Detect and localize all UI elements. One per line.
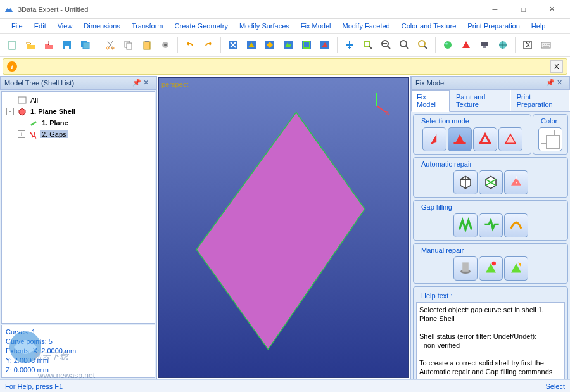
panel-close-icon[interactable]: ✕ — [557, 79, 566, 87]
maximize-button[interactable]: □ — [509, 0, 538, 19]
toolbar-cross-button[interactable] — [341, 37, 358, 53]
fix-body: Selection mode Color Automatic repair — [411, 112, 570, 379]
man-b-button[interactable] — [479, 256, 503, 281]
status-left: For Help, press F1 — [5, 383, 63, 390]
pin-icon[interactable]: 📌 — [132, 79, 141, 87]
fix-model-title: Fix Model — [415, 79, 446, 87]
menu-color-and-texture[interactable]: Color and Texture — [396, 21, 462, 31]
man-a-button[interactable] — [453, 256, 478, 281]
toolbar-triangle-button[interactable] — [458, 37, 474, 53]
tree-row[interactable]: All — [4, 94, 152, 106]
sel-b-button[interactable] — [448, 127, 472, 151]
svg-point-24 — [444, 41, 452, 49]
viewport-3d[interactable]: perspect z x — [158, 77, 409, 378]
menu-dimensions[interactable]: Dimensions — [79, 21, 125, 31]
toolbar-print-head-button[interactable] — [476, 37, 493, 53]
toolbar-load-button[interactable] — [41, 37, 57, 53]
tree-label[interactable]: All — [28, 96, 40, 104]
pin-icon[interactable]: 📌 — [546, 79, 555, 87]
statusbar: For Help, press F1 Select — [0, 379, 570, 392]
menu-print-preparation[interactable]: Print Preparation — [462, 21, 525, 31]
minimize-button[interactable]: ─ — [481, 0, 509, 19]
toolbar-saveall-button[interactable] — [77, 37, 94, 53]
tree-label[interactable]: 1. Plane Shell — [28, 108, 77, 115]
fix-model-panel: Fix Model 📌 ✕ Fix ModelPaint and Texture… — [410, 76, 570, 379]
toolbar-zoom-reset-button[interactable] — [415, 37, 431, 53]
main-area: Model Tree (Shell List) 📌 ✕ All-1. Plane… — [0, 76, 570, 379]
toolbar-save-button[interactable] — [59, 37, 75, 53]
model-tree-title: Model Tree (Shell List) — [4, 79, 74, 87]
tree-expand-icon[interactable]: - — [6, 108, 14, 115]
sel-a-button[interactable] — [422, 127, 446, 151]
selection-mode-group: Selection mode — [413, 114, 531, 155]
man-c-button[interactable] — [504, 256, 528, 281]
toolbar-mode-d-button[interactable] — [298, 37, 315, 53]
menu-help[interactable]: Help — [526, 21, 551, 31]
svg-rect-26 — [481, 42, 488, 46]
toolbar-mode-b-button[interactable] — [262, 37, 278, 53]
tree-label[interactable]: 1. Plane — [40, 119, 70, 127]
menu-modify-faceted[interactable]: Modify Faceted — [337, 21, 395, 31]
toolbar-globe-button[interactable] — [495, 37, 511, 53]
toolbar-zoom-win-button[interactable] — [360, 37, 376, 53]
toolbar-x-box-button[interactable]: X — [519, 37, 536, 53]
menu-modify-surfaces[interactable]: Modify Surfaces — [234, 21, 294, 31]
tab-fix-model[interactable]: Fix Model — [411, 90, 450, 112]
tree-row[interactable]: +2. Gaps — [4, 129, 152, 140]
color-picker-button[interactable] — [538, 127, 562, 151]
toolbar-mode-c-button[interactable] — [280, 37, 296, 53]
menu-edit[interactable]: Edit — [29, 21, 51, 31]
toolbar-zoom-button[interactable] — [396, 37, 413, 53]
tree-footer-line: Curve points: 5 — [6, 337, 151, 346]
menu-transform[interactable]: Transform — [127, 21, 168, 31]
menu-file[interactable]: File — [6, 21, 28, 31]
menu-create-geometry[interactable]: Create Geometry — [170, 21, 233, 31]
gap-filling-group: Gap filling — [413, 200, 568, 241]
tree-label[interactable]: 2. Gaps — [40, 130, 68, 138]
toolbar-mode-x-button[interactable] — [225, 37, 241, 53]
toolbar-zoom-out-button[interactable] — [378, 37, 395, 53]
gap-a-button[interactable] — [453, 213, 478, 237]
titlebar: 3Data Expert - Untitled ─ □ ✕ — [0, 0, 570, 19]
help-text-box[interactable]: Selected object: gap curve set in shell … — [416, 302, 565, 379]
tree-shell-icon — [18, 107, 27, 116]
manual-repair-group: Manual repair — [413, 243, 568, 284]
tree-row[interactable]: 1. Plane — [4, 117, 152, 129]
toolbar-sphere-button[interactable] — [440, 37, 456, 53]
panel-close-icon[interactable]: ✕ — [143, 79, 152, 87]
svg-marker-37 — [196, 112, 365, 349]
toolbar-kbd-button[interactable] — [538, 37, 554, 53]
toolbar-cut-button[interactable] — [102, 37, 118, 53]
close-button[interactable]: ✕ — [538, 0, 566, 19]
help-text-group: Help text : Selected object: gap curve s… — [413, 286, 568, 379]
toolbar-paste-button[interactable] — [139, 37, 155, 53]
svg-point-0 — [8, 7, 10, 9]
plane-shape-icon — [159, 78, 408, 377]
gap-b-button[interactable] — [479, 213, 503, 237]
toolbar-open-button[interactable] — [22, 37, 39, 53]
svg-rect-11 — [145, 41, 149, 42]
sel-d-button[interactable] — [498, 127, 522, 151]
menu-fix-model[interactable]: Fix Model — [296, 21, 336, 31]
tree-footer-line: Y: 2.0000 mm — [6, 356, 151, 365]
info-close-button[interactable]: X — [550, 60, 563, 73]
menu-view[interactable]: View — [53, 21, 78, 31]
toolbar-undo-button[interactable] — [182, 37, 198, 53]
tab-print-preparation[interactable]: Print Preparation — [511, 90, 569, 111]
sel-c-button[interactable] — [473, 127, 497, 151]
toolbar-redo-button[interactable] — [200, 37, 217, 53]
auto-c-button[interactable] — [504, 170, 528, 194]
toolbar-mode-a-button[interactable] — [243, 37, 260, 53]
auto-b-button[interactable] — [479, 170, 503, 194]
gap-c-button[interactable] — [504, 213, 528, 237]
tree-body[interactable]: All-1. Plane Shell1. Plane+2. Gaps — [1, 91, 155, 324]
tab-paint-and-texture[interactable]: Paint and Texture — [450, 90, 510, 111]
auto-a-button[interactable] — [453, 170, 478, 194]
tree-row[interactable]: -1. Plane Shell — [4, 106, 152, 117]
toolbar-mode-e-button[interactable] — [317, 37, 333, 53]
toolbar-gear-button[interactable] — [157, 37, 174, 53]
tree-expand-icon[interactable]: + — [18, 130, 25, 138]
svg-rect-32 — [18, 97, 26, 103]
toolbar-copy-button[interactable] — [120, 37, 137, 53]
toolbar-new-button[interactable] — [4, 37, 20, 53]
